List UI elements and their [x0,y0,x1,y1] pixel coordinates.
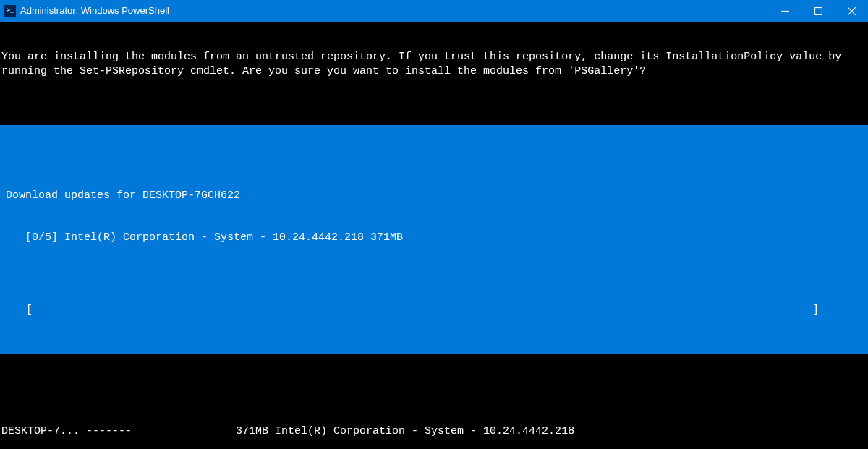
powershell-icon: ≥_ [4,5,16,17]
untrusted-repo-warning: You are installing the modules from an u… [0,50,868,78]
progress-bar: [ ] [0,303,868,317]
close-icon [848,7,856,15]
progress-bar-right-bracket: ] [812,303,862,317]
download-progress-panel: Download updates for DESKTOP-7GCH622 [0/… [0,125,868,354]
terminal-output[interactable]: You are installing the modules from an u… [0,22,868,449]
maximize-icon [814,7,822,15]
progress-title: Download updates for DESKTOP-7GCH622 [6,189,862,203]
close-button[interactable] [835,0,868,22]
svg-rect-1 [814,7,822,14]
progress-status: [0/5] Intel(R) Corporation - System - 10… [6,231,862,245]
window-title: Administrator: Windows PowerShell [20,5,169,17]
minimize-button[interactable] [768,0,801,22]
pending-updates-list: DESKTOP-7... ------- 371MB Intel(R) Corp… [0,396,868,450]
list-item: DESKTOP-7... ------- 371MB Intel(R) Corp… [1,424,867,439]
minimize-icon [781,7,789,15]
window-titlebar: ≥_ Administrator: Windows PowerShell [0,0,868,22]
maximize-button[interactable] [801,0,835,22]
window-controls [768,0,868,22]
progress-bar-left-bracket: [ [6,303,33,317]
